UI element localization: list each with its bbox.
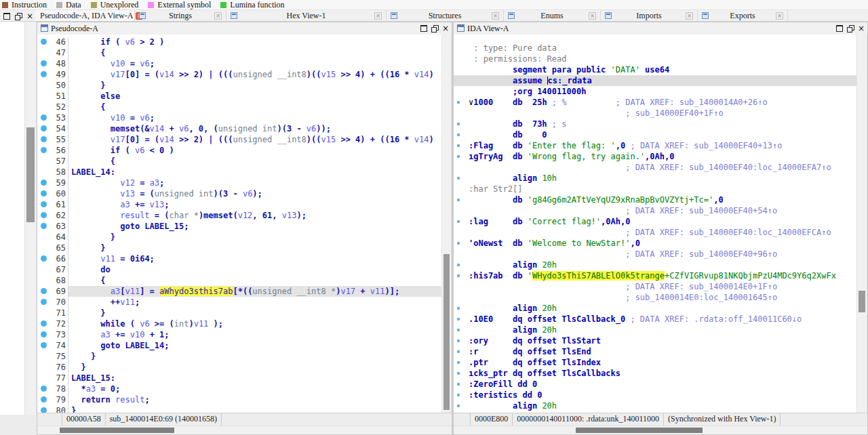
tab-close-icon[interactable]: ×: [776, 12, 783, 20]
asm-line: ; DATA XREF: sub_1400014E0+1F↑o: [454, 281, 856, 292]
tab-hex-view-1[interactable]: Hex View-1×: [226, 10, 387, 21]
float-window-icon[interactable]: [847, 25, 854, 32]
code-line: 49 v17[0] = (v14 >> 2) | (((unsigned __i…: [37, 69, 441, 80]
vertical-scrollbar-thumb[interactable]: [26, 127, 35, 222]
ida-view-vertical-scrollbar[interactable]: [856, 35, 867, 413]
code-text: a3 += v13;: [68, 199, 441, 210]
data-marker-icon: [457, 394, 460, 396]
line-number: 46: [51, 37, 68, 47]
line-number: 73: [51, 329, 68, 340]
outer-vertical-scrollbar[interactable]: [24, 22, 37, 435]
code-line: 63 goto LABEL_15;: [37, 221, 441, 232]
pseudocode-vertical-scrollbar[interactable]: [441, 35, 452, 413]
code-line: 54 memset(&v14 + v6, 0, (unsigned int)(3…: [37, 123, 441, 134]
asm-line: db 0: [454, 129, 856, 140]
breakpoint-gutter: [37, 384, 51, 394]
legend-label: Instruction: [12, 0, 47, 10]
tab-pseudocode-a-ida-view-a[interactable]: Pseudocode-A, IDA View-A×: [35, 10, 135, 21]
maximize-icon[interactable]: [836, 25, 843, 32]
data-marker-icon: [457, 307, 460, 310]
tab-structures[interactable]: Structures×: [387, 10, 504, 21]
breakpoint-gutter: [37, 394, 51, 405]
asm-line: align 20h: [454, 303, 856, 314]
breakpoint-gutter: [37, 47, 51, 58]
ida-view-content: : type: Pure data : permissions: Read se…: [454, 35, 867, 413]
vertical-scrollbar-thumb[interactable]: [859, 291, 865, 312]
code-line: 56 if ( v6 < 0 ): [37, 145, 441, 156]
address-dot-icon: [41, 147, 47, 153]
tab-close-icon[interactable]: ×: [214, 12, 222, 20]
address-dot-icon: [41, 331, 47, 337]
line-number: 76: [51, 362, 68, 373]
asm-line: ; DATA XREF: sub_14000EF40+96↑o: [454, 249, 856, 260]
line-number: 79: [51, 394, 68, 405]
tab-close-icon[interactable]: ×: [492, 12, 499, 20]
code-text: {: [68, 156, 441, 167]
asm-line: : type: Pure data: [454, 43, 856, 54]
tab-strings[interactable]: Strings×: [135, 10, 226, 21]
code-text: do: [68, 264, 441, 275]
breakpoint-gutter: [37, 37, 51, 47]
close-icon[interactable]: ×: [442, 25, 449, 32]
horizontal-scrollbar-thumb[interactable]: [576, 428, 703, 433]
legend-label: External symbol: [157, 0, 211, 10]
legend-swatch-icon: [148, 2, 154, 8]
data-marker-icon: [457, 350, 460, 353]
horizontal-scrollbar-thumb[interactable]: [60, 428, 174, 433]
maximize-icon[interactable]: [420, 25, 427, 32]
pseudocode-window-controls: ×: [420, 24, 449, 33]
line-number: 49: [51, 69, 68, 80]
close-icon[interactable]: ×: [858, 25, 865, 32]
pseudocode-pane-icon: [41, 24, 48, 32]
line-number: 75: [51, 351, 68, 362]
status-sync: (Synchronized with Hex View-1): [664, 413, 781, 426]
code-line: 61 a3 += v13;: [37, 199, 441, 210]
breakpoint-gutter: [37, 156, 51, 167]
close-icon[interactable]: ×: [26, 13, 33, 20]
tab-enums[interactable]: Enums×: [504, 10, 601, 21]
float-window-icon[interactable]: [431, 25, 438, 32]
code-line: 74 goto LABEL_14;: [37, 340, 441, 351]
tab-close-icon[interactable]: ×: [589, 12, 596, 20]
vertical-scrollbar-thumb[interactable]: [443, 254, 450, 410]
code-text: v13 = (unsigned int)(3 - v6);: [68, 188, 441, 199]
breakpoint-gutter: [37, 373, 51, 384]
breakpoint-gutter: [37, 362, 51, 373]
asm-line: :ZeroFill dd 0: [454, 379, 856, 390]
address-dot-icon: [41, 255, 47, 262]
asm-line: db 'g84Gg6m2ATtVeYqUZ9xRnaBpBvOVZYtj+Tc=…: [454, 194, 856, 205]
code-text: v10 = v6;: [68, 58, 441, 69]
tab-close-icon[interactable]: ×: [374, 12, 382, 20]
breakpoint-gutter: [37, 188, 51, 199]
tab-bar: × Pseudocode-A, IDA View-A×Strings×Hex V…: [0, 10, 868, 22]
tab-exports[interactable]: Exports×: [698, 10, 788, 21]
data-marker-icon: [457, 199, 460, 201]
ida-view-horizontal-scrollbar[interactable]: [454, 426, 867, 434]
legend-item: Instruction: [2, 0, 47, 10]
tab-imports[interactable]: Imports×: [601, 10, 698, 21]
data-marker-icon: [457, 405, 460, 407]
pseudocode-pane-title: Pseudocode-A: [51, 23, 98, 34]
breakpoint-gutter: [37, 221, 51, 232]
code-line: 65 }: [37, 243, 441, 253]
address-dot-icon: [41, 71, 47, 77]
pseudocode-horizontal-scrollbar[interactable]: [37, 426, 452, 434]
asm-line: : permissions: Read: [454, 54, 856, 64]
line-number: 70: [51, 297, 68, 308]
code-line: 68 {: [37, 275, 441, 286]
breakpoint-gutter: [37, 199, 51, 210]
tab-strip: Pseudocode-A, IDA View-A×Strings×Hex Vie…: [35, 10, 788, 21]
asm-line: align 10h: [454, 173, 856, 184]
status-address: 00000A58: [62, 413, 106, 426]
tab-close-icon[interactable]: ×: [686, 12, 693, 20]
tab-label: Pseudocode-A, IDA View-A: [35, 10, 133, 21]
line-number: 54: [51, 123, 68, 134]
float-window-icon[interactable]: [15, 13, 22, 20]
legend-item: Data: [56, 0, 81, 10]
asm-line: ; DATA XREF: sub_14000EF40:loc_14000EFA7…: [454, 162, 856, 173]
bottom-left-strip: [0, 415, 37, 435]
maximize-icon[interactable]: [3, 13, 10, 20]
line-number: 62: [51, 210, 68, 221]
breakpoint-gutter: [37, 329, 51, 340]
status-location: 0000000140011000: .rdata:unk_140011000: [513, 413, 664, 426]
